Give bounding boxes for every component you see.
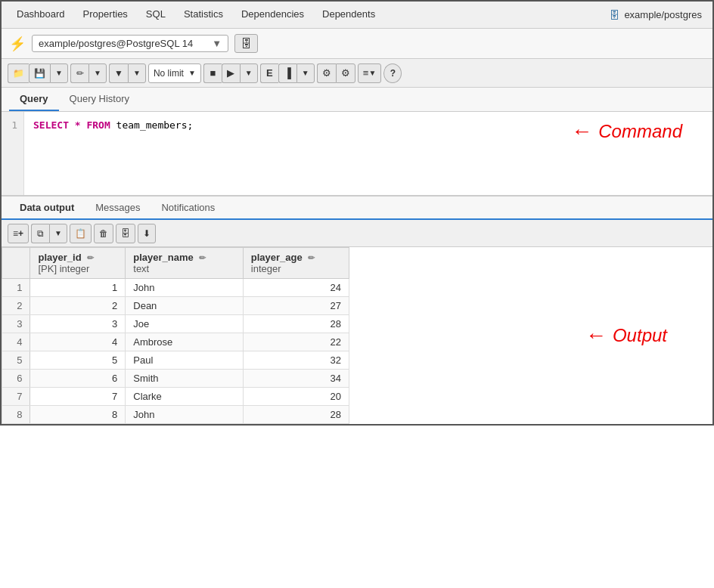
table-header-row: player_id ✏ [PK] integer player_name ✏ t… [2, 248, 349, 279]
macro2-button[interactable]: ⚙ [336, 63, 355, 83]
tab-messages[interactable]: Messages [85, 197, 151, 218]
output-tabs: Data output Messages Notifications [2, 197, 712, 220]
nav-item-dependencies[interactable]: Dependencies [232, 2, 313, 28]
sql-keyword-from: FROM [86, 119, 110, 131]
edit-dropdown-button[interactable]: ▼ [88, 63, 107, 83]
delete-row-button[interactable]: 🗑 [94, 224, 113, 243]
row-number-cell: 7 [2, 388, 30, 406]
save-icon: 💾 [34, 68, 45, 79]
col-player-id-edit-icon[interactable]: ✏ [87, 253, 94, 262]
table-row[interactable]: 22Dean27 [2, 297, 349, 315]
player-name-cell: Dean [126, 297, 244, 315]
table-row[interactable]: 44Ambrose22 [2, 333, 349, 351]
table-row[interactable]: 88John28 [2, 406, 349, 424]
list-view-button[interactable]: ≡ ▼ [358, 63, 382, 83]
run-toolbar-group: ■ ▶ ▼ [203, 63, 258, 83]
tab-query[interactable]: Query [9, 88, 59, 111]
table-row[interactable]: 11John24 [2, 279, 349, 297]
nav-item-properties[interactable]: Properties [74, 2, 137, 28]
explain-icon: E [266, 67, 273, 79]
download-button[interactable]: ⬇ [138, 224, 156, 243]
explain-dropdown-button[interactable]: ▼ [296, 63, 315, 83]
edit-toolbar-group: ✏ ▼ [70, 63, 107, 83]
copy-row-button[interactable]: ⧉ [31, 224, 49, 243]
copy-icon: ⧉ [37, 228, 44, 239]
query-editor: 1 SELECT * FROM team_members; ← Command [2, 112, 712, 197]
data-table: player_id ✏ [PK] integer player_name ✏ t… [2, 247, 349, 424]
edit-icon: ✏ [76, 68, 84, 79]
col-player-name-name: player_name [133, 252, 194, 263]
folder-icon: 📁 [13, 68, 24, 79]
table-row[interactable]: 77Clarke20 [2, 388, 349, 406]
row-num-header [2, 248, 30, 279]
edit-button[interactable]: ✏ [70, 63, 88, 83]
output-annotation-label: Output [613, 325, 667, 346]
run-dropdown-arrow-icon: ▼ [245, 69, 253, 77]
filter-button[interactable]: ▼ [109, 63, 128, 83]
nav-item-dependents[interactable]: Dependents [313, 2, 384, 28]
save-dropdown-arrow-icon: ▼ [55, 69, 63, 77]
player-age-cell: 24 [243, 279, 349, 297]
paste-icon: 📋 [75, 228, 86, 239]
macro2-icon: ⚙ [341, 67, 350, 79]
explain-dropdown-arrow-icon: ▼ [302, 69, 309, 77]
row-number-cell: 3 [2, 315, 30, 333]
run-button[interactable]: ▶ [222, 63, 240, 83]
explain-chart-button[interactable]: ▐ [278, 63, 296, 83]
row-number-cell: 2 [2, 297, 30, 315]
tab-notifications[interactable]: Notifications [151, 197, 225, 218]
add-row-button[interactable]: ≡+ [8, 224, 29, 243]
edit-dropdown-arrow-icon: ▼ [94, 69, 101, 77]
output-annotation: ← Output [585, 323, 667, 348]
macro-button[interactable]: ⚙ [317, 63, 336, 83]
row-number-cell: 5 [2, 351, 30, 370]
player-id-cell: 8 [30, 406, 126, 424]
nav-item-dashboard[interactable]: Dashboard [8, 2, 74, 28]
tab-data-output[interactable]: Data output [9, 197, 85, 220]
save-data-button[interactable]: 🗄 [116, 224, 135, 243]
connection-db-button[interactable]: 🗄 [234, 34, 258, 53]
col-player-age-edit-icon[interactable]: ✏ [308, 253, 315, 262]
help-icon: ? [390, 68, 396, 79]
add-row-icon: ≡+ [13, 228, 23, 239]
paste-button[interactable]: 📋 [70, 224, 92, 243]
filter-dropdown-button[interactable]: ▼ [128, 63, 146, 83]
stop-button[interactable]: ■ [203, 63, 222, 83]
save-dropdown-button[interactable]: ▼ [50, 63, 68, 83]
connection-icon: ⚡ [9, 36, 26, 52]
copy-row-dropdown[interactable]: ▼ [49, 224, 67, 243]
connection-value: example/postgres@PostgreSQL 14 [39, 38, 193, 49]
table-row[interactable]: 66Smith34 [2, 370, 349, 388]
nav-item-sql[interactable]: SQL [137, 2, 175, 28]
run-dropdown-button[interactable]: ▼ [240, 63, 258, 83]
connection-dropdown-arrow: ▼ [212, 38, 222, 49]
connection-selector[interactable]: example/postgres@PostgreSQL 14 ▼ [32, 35, 228, 52]
row-limit-dropdown-arrow: ▼ [188, 69, 196, 77]
player-age-cell: 20 [243, 388, 349, 406]
row-number-cell: 6 [2, 370, 30, 388]
command-annotation-label: Command [598, 121, 682, 142]
download-icon: ⬇ [143, 228, 151, 239]
save-button[interactable]: 💾 [29, 63, 50, 83]
player-name-cell: John [126, 406, 244, 424]
player-name-cell: John [126, 279, 244, 297]
row-limit-select[interactable]: No limit ▼ [148, 63, 201, 83]
command-annotation: ← Command [571, 121, 682, 142]
player-name-cell: Clarke [126, 388, 244, 406]
explain-button[interactable]: E [260, 63, 278, 83]
chart-icon: ▐ [284, 67, 291, 79]
table-row[interactable]: 33Joe28 [2, 315, 349, 333]
player-name-cell: Joe [126, 315, 244, 333]
table-row[interactable]: 55Paul32 [2, 351, 349, 370]
player-id-cell: 2 [30, 297, 126, 315]
help-button[interactable]: ? [383, 63, 402, 83]
output-toolbar: ≡+ ⧉ ▼ 📋 🗑 🗄 ⬇ [2, 220, 712, 247]
player-id-cell: 4 [30, 333, 126, 351]
nav-item-statistics[interactable]: Statistics [175, 2, 232, 28]
macro-icon: ⚙ [322, 67, 331, 79]
copy-dropdown-arrow: ▼ [54, 229, 62, 237]
filter-icon: ▼ [114, 68, 123, 79]
tab-query-history[interactable]: Query History [59, 88, 140, 111]
open-file-button[interactable]: 📁 [8, 63, 29, 83]
col-player-name-edit-icon[interactable]: ✏ [199, 253, 206, 262]
